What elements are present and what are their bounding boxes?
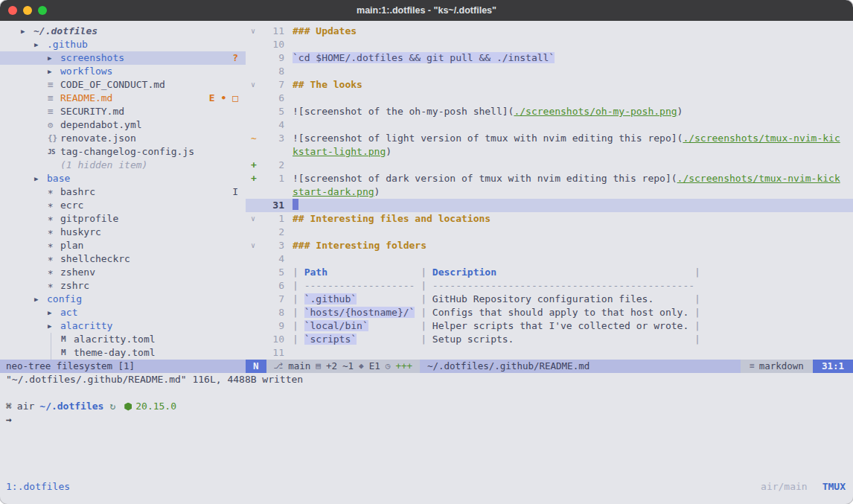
tree-item-bashrc[interactable]: ∗bashrcI — [0, 185, 246, 199]
editor-line[interactable]: 8 — [246, 65, 853, 78]
filetype-label: markdown — [759, 360, 804, 373]
text-segment: ./screenshots/tmux-nvim-kic — [683, 133, 840, 144]
editor-line[interactable]: 7| `.github` | GitHub Repository configu… — [246, 293, 853, 306]
editor-line[interactable]: start-dark.png) — [246, 185, 853, 199]
close-button[interactable] — [8, 6, 17, 15]
text-segment: ) — [386, 146, 392, 157]
editor-line[interactable]: 4 — [246, 252, 853, 266]
editor-line[interactable]: 5| Path | Description | — [246, 266, 853, 279]
titlebar[interactable]: main:1:.dotfiles - "ks~/.dotfiles" — [0, 0, 853, 21]
line-number: 5 — [262, 105, 284, 118]
tree-item-label: theme-day.toml — [74, 346, 156, 360]
tree-item-zshrc[interactable]: ∗zshrc — [0, 279, 246, 293]
tmux-session-name: air/main — [761, 480, 808, 494]
shell-file-icon: ∗ — [48, 252, 60, 266]
line-text: kstart-light.png) — [293, 145, 853, 159]
editor-line[interactable]: ~3![screenshot of light version of tmux … — [246, 132, 853, 145]
tree-item-act[interactable]: ▶act — [0, 306, 246, 319]
mode-indicator: N — [246, 360, 266, 373]
tree-item-1-hidden-item[interactable]: (1 hidden item) — [0, 159, 246, 172]
editor-line[interactable]: 31 — [246, 199, 853, 212]
line-text: `cd $HOME/.dotfiles && git pull && ./ins… — [293, 51, 853, 65]
text-segment: | — [689, 307, 700, 318]
editor-line[interactable]: 10 — [246, 38, 853, 51]
tree-item-alacritty-toml[interactable]: Malacritty.toml — [0, 333, 246, 346]
tree-item-label: CODE_OF_CONDUCT.md — [60, 78, 165, 92]
editor-line[interactable]: 6 — [246, 92, 853, 105]
tree-item-readme-md[interactable]: ≡README.mdE • □ — [0, 92, 246, 105]
text-segment: ### Interesting folders — [293, 240, 426, 251]
editor-line[interactable]: ∨3### Interesting folders — [246, 239, 853, 252]
line-number: 10 — [262, 38, 284, 51]
tree-item-code-of-conduct-md[interactable]: ≡CODE_OF_CONDUCT.md — [0, 78, 246, 92]
editor-line[interactable]: 6| ------------------- | ---------------… — [246, 279, 853, 293]
tree-item-dependabot-yml[interactable]: ⚙dependabot.yml — [0, 118, 246, 132]
editor-line[interactable]: +2 — [246, 159, 853, 172]
sign-column — [246, 185, 262, 199]
markdown-icon: ≡ — [750, 360, 755, 373]
tree-item-zshenv[interactable]: ∗zshenv — [0, 266, 246, 279]
tree-item-base[interactable]: ▶base — [0, 172, 246, 185]
tree-item-label: dependabot.yml — [60, 118, 142, 132]
tree-item-screenshots[interactable]: ▶screenshots? — [0, 51, 246, 65]
editor-buffer[interactable]: ∨11### Updates109`cd $HOME/.dotfiles && … — [246, 21, 853, 360]
tree-item-security-md[interactable]: ≡SECURITY.md — [0, 105, 246, 118]
prompt-input-line[interactable]: → — [0, 413, 853, 427]
shell-file-icon: ∗ — [48, 212, 60, 226]
editor-line[interactable]: 4 — [246, 118, 853, 132]
editor-line[interactable]: 9`cd $HOME/.dotfiles && git pull && ./in… — [246, 51, 853, 65]
text-segment: ./screenshots/tmux-nvim-kick — [677, 173, 840, 184]
tree-item-alacritty[interactable]: ▶alacritty — [0, 319, 246, 333]
sign-column — [246, 333, 262, 346]
tree-item-dotfiles[interactable]: ▶~/.dotfiles — [0, 25, 246, 38]
zoom-button[interactable] — [38, 6, 47, 15]
minimize-button[interactable] — [23, 6, 32, 15]
text-segment: ### Updates — [293, 25, 357, 36]
line-text: | Path | Description | — [293, 266, 853, 279]
text-segment: ----------------------------------------… — [432, 280, 694, 291]
tree-item-shellcheckrc[interactable]: ∗shellcheckrc — [0, 252, 246, 266]
line-number: 6 — [262, 279, 284, 293]
yaml-file-icon: ⚙ — [48, 118, 60, 132]
tmux-window-name[interactable]: 1:.dotfiles — [6, 480, 70, 494]
line-number: 8 — [262, 65, 284, 78]
editor-line[interactable]: kstart-light.png) — [246, 145, 853, 159]
editor-line[interactable]: 10| `scripts` | Setup scripts. | — [246, 333, 853, 346]
text-segment: ------------------- — [304, 280, 415, 291]
tree-item-theme-day-toml[interactable]: Mtheme-day.toml — [0, 346, 246, 360]
editor-line[interactable]: ∨7## The looks — [246, 78, 853, 92]
tree-item-tag-changelog-config-js[interactable]: JStag-changelog-config.js — [0, 145, 246, 159]
markdown-file-icon: ≡ — [48, 105, 60, 118]
terminal-body: ▶~/.dotfiles▶.github▶screenshots?▶workfl… — [0, 21, 853, 504]
tree-item-plan[interactable]: ∗plan — [0, 239, 246, 252]
tree-item-ecrc[interactable]: ∗ecrc — [0, 199, 246, 212]
line-number: 4 — [262, 252, 284, 266]
editor-line[interactable]: 9| `local/bin` | Helper scripts that I'v… — [246, 319, 853, 333]
tree-item-huskyrc[interactable]: ∗huskyrc — [0, 226, 246, 239]
sign-column — [246, 226, 262, 239]
tree-item-gitprofile[interactable]: ∗gitprofile — [0, 212, 246, 226]
diff-added: +2 — [326, 360, 337, 373]
line-number: 11 — [262, 25, 284, 38]
editor-line[interactable]: 8| `hosts/{hostname}/` | Configs that sh… — [246, 306, 853, 319]
apple-icon: ⌘ — [6, 400, 12, 413]
tree-item-label: base — [47, 172, 70, 185]
tmux-statusbar: 1:.dotfiles air/main TMUX — [0, 480, 853, 494]
tree-item-renovate-json[interactable]: {}renovate.json — [0, 132, 246, 145]
editor-line[interactable]: +1![screenshot of dark version of tmux w… — [246, 172, 853, 185]
tree-item-workflows[interactable]: ▶workflows — [0, 65, 246, 78]
sign-column — [246, 105, 262, 118]
tree-item-config[interactable]: ▶config — [0, 293, 246, 306]
line-number: 7 — [262, 78, 284, 92]
tree-item-label: ~/.dotfiles — [33, 25, 98, 38]
line-number — [262, 145, 284, 159]
neotree-panel[interactable]: ▶~/.dotfiles▶.github▶screenshots?▶workfl… — [0, 21, 246, 360]
text-segment: ./screenshots/oh-my-posh.png — [514, 106, 677, 117]
editor-line[interactable]: 5![screenshot of the oh-my-posh shell](.… — [246, 105, 853, 118]
editor-line[interactable]: 11 — [246, 346, 853, 360]
editor-line[interactable]: ∨11### Updates — [246, 25, 853, 38]
editor-line[interactable]: ∨1## Interesting files and locations — [246, 212, 853, 226]
tree-item-github[interactable]: ▶.github — [0, 38, 246, 51]
editor-line[interactable]: 2 — [246, 226, 853, 239]
shell-area[interactable]: ⌘ air ~/.dotfiles ↻ 20.15.0 → — [0, 400, 853, 427]
